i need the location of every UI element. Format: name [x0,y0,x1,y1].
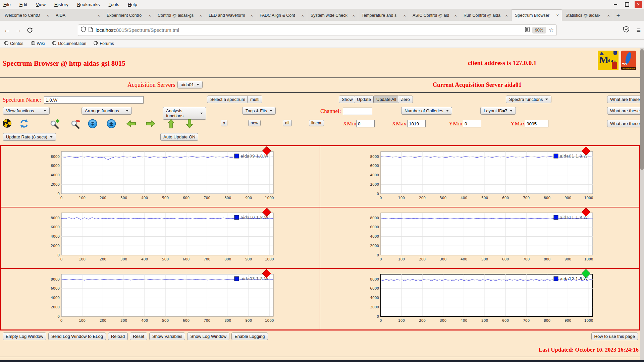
acquisition-server-select[interactable]: aida01 [177,81,203,88]
bookmark-item[interactable]: Centos [4,41,23,46]
update-button[interactable]: Update [354,96,374,103]
number-of-galleries-select[interactable]: Number of Galleries [401,107,452,115]
tab-close-icon[interactable]: × [147,13,152,18]
tab-close-icon[interactable]: × [45,13,50,18]
menu-tools[interactable]: Tools [109,2,119,7]
spectrum-chart-cell[interactable]: 0100200300400500600700800900100002000400… [1,268,320,330]
jump-up-icon[interactable] [107,119,116,130]
spectrum-chart-cell[interactable]: 0100200300400500600700800900100002000400… [1,146,320,207]
multi-button[interactable]: multi [247,96,262,103]
tab-close-icon[interactable]: × [555,13,560,18]
window-close-icon[interactable]: × [635,1,642,8]
zero-button[interactable]: Zero [398,96,413,103]
reload-icon[interactable] [24,24,36,36]
bookmark-item[interactable]: Forums [94,41,114,46]
reset-button[interactable]: Reset [130,333,147,340]
new-button[interactable]: new [248,120,261,126]
analysis-functions-select[interactable]: Analysis functions [163,107,206,120]
show-variables-button[interactable]: Show Variables [149,333,185,340]
spectrum-chart-cell[interactable]: 0100200300400500600700800900100002000400… [320,268,639,330]
menu-help[interactable]: Help [128,2,137,7]
spectrum-chart-cell[interactable]: 0100200300400500600700800900100002000400… [1,207,320,268]
zoom-level-button[interactable]: 90% [532,27,546,34]
browser-tab[interactable]: Statistics @ aidas-× [562,10,613,21]
jump-down-icon[interactable] [88,119,97,130]
refresh-icon[interactable] [19,119,29,130]
arrow-up-icon[interactable] [166,119,176,130]
new-tab-button[interactable]: + [613,11,623,21]
reader-mode-icon[interactable] [525,27,530,34]
midas-logo[interactable]: Midas [598,51,619,70]
what-are-these-button-1[interactable]: What are these? [607,96,644,103]
browser-tab[interactable]: Spectrum Browser× [511,9,562,21]
page-scrollbar[interactable] [640,48,644,362]
browser-tab[interactable]: System wide Check× [307,10,358,21]
what-are-these-button-3[interactable]: What are these? [607,120,644,127]
window-minimize-icon[interactable] [612,1,619,8]
x-button[interactable]: x [221,120,227,126]
radioactive-icon[interactable] [3,119,11,129]
spectrum-plot[interactable]: 0100200300400500600700800900100002000400… [48,210,277,264]
tab-close-icon[interactable]: × [300,13,305,18]
spectrum-chart-cell[interactable]: 0100200300400500600700800900100002000400… [320,146,639,207]
tab-close-icon[interactable]: × [198,13,203,18]
spectrum-name-input[interactable] [44,96,144,104]
menu-view[interactable]: View [36,2,46,7]
spectrum-plot[interactable]: 0100200300400500600700800900100002000400… [48,272,277,325]
bookmark-item[interactable]: Wiki [31,41,45,46]
spectrum-chart-cell[interactable]: 0100200300400500600700800900100002000400… [320,207,639,268]
arrow-left-icon[interactable] [126,119,136,130]
scrollbar-thumb[interactable] [640,49,644,170]
tab-close-icon[interactable]: × [249,13,254,18]
enable-logging-button[interactable]: Enable Logging [231,333,268,340]
browser-tab[interactable]: LED and Waveform× [205,10,256,21]
arrow-right-icon[interactable] [146,119,156,130]
bookmark-star-icon[interactable]: ☆ [549,26,554,34]
show-log-window-button[interactable]: Show Log Window [187,333,229,340]
ymin-input[interactable] [463,120,481,127]
spectrum-plot[interactable]: 0100200300400500600700800900100002000400… [367,149,597,202]
window-maximize-icon[interactable] [623,1,631,8]
spectra-functions-select[interactable]: Spectra functions [506,96,551,103]
spectrum-plot[interactable]: 0100200300400500600700800900100002000400… [367,210,597,264]
ymax-input[interactable] [525,120,548,127]
tab-close-icon[interactable]: × [453,13,458,18]
reload-button[interactable]: Reload [108,333,128,340]
zoom-out-icon[interactable] [70,119,80,130]
tab-close-icon[interactable]: × [504,13,509,18]
browser-tab[interactable]: FADC Align & Cont× [256,10,307,21]
xmax-input[interactable] [407,120,426,127]
tcl-powered-logo[interactable]: TCL POWERED [621,51,636,70]
bookmark-item[interactable]: Documentation [52,41,86,46]
account-shield-icon[interactable] [623,26,629,34]
all-button[interactable]: all [283,120,292,126]
tab-close-icon[interactable]: × [606,13,611,18]
channel-input[interactable] [343,108,372,115]
menu-edit[interactable]: Edit [19,2,27,7]
empty-log-window-button[interactable]: Empty Log Window [3,333,46,340]
menu-history[interactable]: History [54,2,68,7]
zoom-in-icon[interactable] [50,119,60,130]
how-to-use-button[interactable]: How to use this page [591,333,638,340]
update-all-button[interactable]: Update All [373,96,399,103]
send-log-window-to-elog-button[interactable]: Send Log Window to ELog [48,333,106,340]
show-button[interactable]: Show [339,96,356,103]
browser-tab[interactable]: Temperature and s× [358,10,409,21]
browser-tab[interactable]: Control @ aidas-gs× [154,10,205,21]
browser-tab[interactable]: AIDA× [52,10,103,21]
tab-close-icon[interactable]: × [96,13,101,18]
tab-close-icon[interactable]: × [402,13,407,18]
update-rate-select[interactable]: Update Rate (8 secs) [3,133,56,141]
page-info-icon[interactable] [89,27,93,34]
back-icon[interactable]: ← [1,24,13,36]
spectrum-plot[interactable]: 0100200300400500600700800900100002000400… [48,149,277,202]
spectrum-plot[interactable]: 0100200300400500600700800900100002000400… [367,272,597,325]
browser-tab[interactable]: Run Control @ aida× [460,10,511,21]
arrow-down-icon[interactable] [184,119,195,130]
menu-file[interactable]: File [3,2,11,7]
app-menu-icon[interactable]: ≡ [637,26,641,34]
browser-tab[interactable]: Experiment Contro× [103,10,154,21]
layout-id-select[interactable]: Layout ID=7 [480,107,516,115]
arrange-functions-select[interactable]: Arrange functions [82,107,132,115]
browser-tab[interactable]: ASIC Control @ aid× [409,10,460,21]
